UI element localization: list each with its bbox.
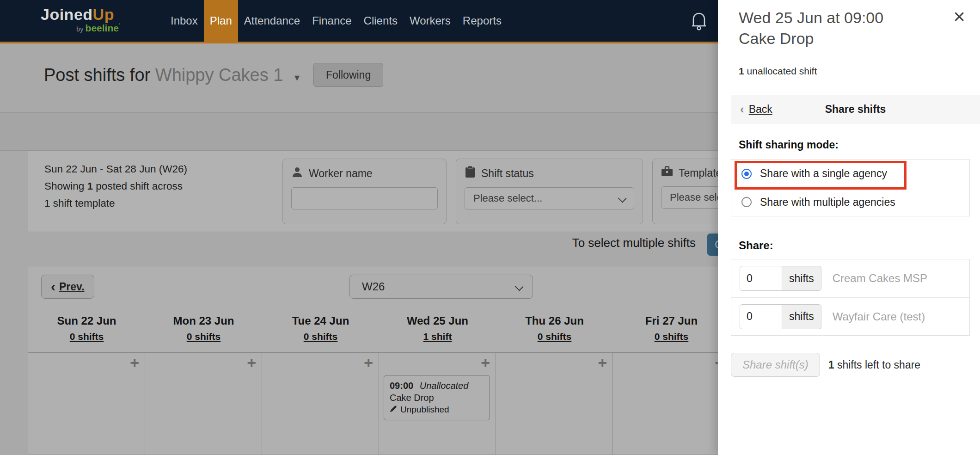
nav-item-workers[interactable]: Workers: [404, 0, 457, 42]
joinedup-logo[interactable]: JoinedUp by beeline˚: [41, 0, 156, 42]
app-root: JoinedUp by beeline˚ Inbox Plan Attendan…: [0, 0, 980, 455]
share-shifts-header: Share shifts: [731, 103, 980, 116]
logo-beeline-text: beeline: [86, 23, 119, 33]
notifications-bell-icon[interactable]: [689, 10, 709, 32]
panel-subheader-bar: ‹ Back Share shifts: [731, 95, 980, 124]
logo-by-text: by: [76, 25, 83, 33]
nav-menu: Inbox Plan Attendance Finance Clients Wo…: [165, 0, 508, 42]
panel-title: Wed 25 Jun at 09:00 Cake Drop: [739, 7, 942, 49]
logo-joined-text: Joined: [41, 6, 93, 23]
unallocated-shift-count: 1 unallocated shift: [739, 66, 817, 77]
sharing-mode-options: Share with a single agency Share with mu…: [731, 159, 970, 216]
nav-item-clients[interactable]: Clients: [358, 0, 404, 42]
share-shifts-button[interactable]: Share shift(s): [731, 353, 820, 377]
nav-item-reports[interactable]: Reports: [457, 0, 508, 42]
radio-selected-icon[interactable]: [741, 169, 752, 179]
shifts-unit-addon: shifts: [782, 266, 821, 291]
mode-option-single-agency[interactable]: Share with a single agency: [731, 160, 969, 188]
shift-quantity-input[interactable]: [740, 266, 782, 291]
shift-sharing-mode-label: Shift sharing mode:: [739, 139, 839, 151]
nav-item-plan[interactable]: Plan: [204, 0, 238, 42]
nav-item-inbox[interactable]: Inbox: [165, 0, 204, 42]
nav-item-finance[interactable]: Finance: [306, 0, 357, 42]
agency-name: Wayfair Care (test): [833, 310, 925, 323]
share-shifts-panel: Wed 25 Jun at 09:00 Cake Drop × 1 unallo…: [718, 0, 980, 455]
shift-quantity-input[interactable]: [740, 304, 782, 329]
shifts-remaining-text: 1 shifts left to share: [828, 359, 920, 371]
logo-trademark: ˚: [119, 23, 121, 28]
nav-item-attendance[interactable]: Attendance: [238, 0, 306, 42]
agency-row-cream-cakes: shifts Cream Cakes MSP: [731, 259, 969, 297]
share-action-row: Share shift(s) 1 shifts left to share: [731, 353, 920, 377]
close-icon[interactable]: ×: [953, 6, 965, 27]
radio-unselected-icon[interactable]: [741, 197, 752, 207]
mode-option-multiple-agencies[interactable]: Share with multiple agencies: [731, 188, 969, 216]
logo-up-text: Up: [93, 6, 114, 23]
shifts-unit-addon: shifts: [782, 304, 821, 329]
share-label: Share:: [739, 239, 773, 252]
agency-share-list: shifts Cream Cakes MSP shifts Wayfair Ca…: [731, 259, 970, 336]
agency-name: Cream Cakes MSP: [833, 272, 927, 285]
agency-row-wayfair-care: shifts Wayfair Care (test): [731, 297, 969, 335]
